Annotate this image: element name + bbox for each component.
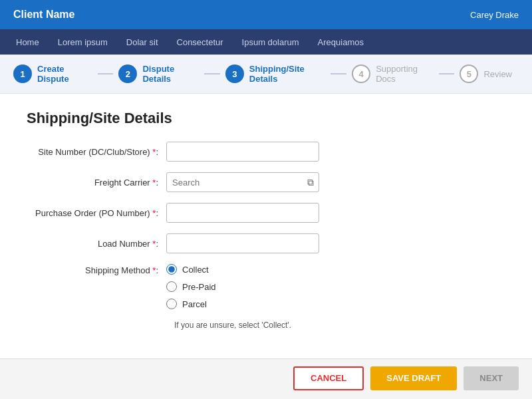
shipping-method-row: Shipping Method *: Collect Pre-Paid Parc…	[27, 264, 505, 309]
shipping-method-options: Collect Pre-Paid Parcel	[166, 264, 216, 309]
radio-prepaid-input[interactable]	[166, 281, 177, 292]
radio-options-list: Collect Pre-Paid Parcel	[166, 264, 216, 309]
page-title: Shipping/Site Details	[27, 110, 505, 127]
step-4[interactable]: 4 Supporting Docs	[352, 64, 426, 84]
shipping-hint: If you are unsure, select 'Collect'.	[174, 320, 307, 331]
step-3-circle: 3	[225, 65, 244, 83]
nav-ipsum[interactable]: Ipsum dolarum	[233, 29, 309, 55]
nav-home[interactable]: Home	[7, 29, 49, 55]
po-number-input[interactable]	[166, 203, 319, 223]
step-3[interactable]: 3 Shipping/Site Details	[225, 64, 319, 84]
freight-carrier-input[interactable]	[166, 172, 319, 192]
step-4-label: Supporting Docs	[376, 64, 426, 84]
radio-prepaid[interactable]: Pre-Paid	[166, 281, 216, 292]
step-4-circle: 4	[352, 65, 370, 83]
radio-parcel-input[interactable]	[166, 299, 177, 309]
nav-consectetur[interactable]: Consectetur	[168, 29, 233, 55]
step-divider-4	[439, 73, 455, 74]
step-divider-2	[204, 73, 220, 74]
site-number-input[interactable]	[166, 142, 319, 162]
load-number-row: Load Number *:	[27, 233, 505, 253]
radio-collect-label: Collect	[182, 265, 209, 275]
step-5[interactable]: 5 Review	[460, 65, 512, 83]
radio-collect-input[interactable]	[166, 264, 177, 275]
user-name: Carey Drake	[470, 10, 519, 20]
radio-collect[interactable]: Collect	[166, 264, 216, 275]
load-number-input[interactable]	[166, 233, 319, 253]
radio-parcel[interactable]: Parcel	[166, 299, 216, 309]
client-name: Client Name	[13, 9, 74, 21]
step-1-circle: 1	[13, 65, 32, 83]
step-divider-1	[98, 73, 114, 74]
step-2-circle: 2	[118, 65, 137, 83]
site-number-label: Site Number (DC/Club/Store) *:	[27, 147, 166, 157]
copy-icon[interactable]: ⧉	[307, 177, 314, 188]
app-header: Client Name Carey Drake	[0, 0, 532, 29]
step-1-label: Create Dispute	[37, 64, 86, 84]
po-number-label: Purchase Order (PO Number) *:	[27, 208, 166, 218]
po-number-row: Purchase Order (PO Number) *:	[27, 203, 505, 223]
next-button[interactable]: NEXT	[464, 366, 519, 390]
cancel-button[interactable]: CANCEL	[293, 366, 364, 390]
step-1[interactable]: 1 Create Dispute	[13, 64, 86, 84]
step-5-circle: 5	[460, 65, 478, 83]
step-2[interactable]: 2 Dispute Details	[118, 64, 192, 84]
step-5-label: Review	[483, 69, 512, 79]
site-number-row: Site Number (DC/Club/Store) *:	[27, 142, 505, 162]
main-content: Shipping/Site Details Site Number (DC/Cl…	[0, 94, 532, 358]
radio-prepaid-label: Pre-Paid	[182, 282, 216, 292]
nav-arequiamos[interactable]: Arequiamos	[309, 29, 373, 55]
freight-carrier-row: Freight Carrier *: ⧉	[27, 172, 505, 192]
save-draft-button[interactable]: SAVE DRAFT	[370, 366, 457, 390]
stepper: 1 Create Dispute 2 Dispute Details 3 Shi…	[0, 55, 532, 94]
freight-carrier-label: Freight Carrier *:	[27, 178, 166, 188]
load-number-label: Load Number *:	[27, 239, 166, 249]
shipping-method-label: Shipping Method *:	[27, 264, 166, 275]
step-3-label: Shipping/Site Details	[249, 64, 319, 84]
footer: CANCEL SAVE DRAFT NEXT	[0, 358, 532, 397]
nav-dolar[interactable]: Dolar sit	[117, 29, 168, 55]
nav-lorem[interactable]: Lorem ipsum	[49, 29, 117, 55]
step-divider-3	[331, 73, 346, 74]
freight-carrier-search-wrapper: ⧉	[166, 172, 319, 192]
main-nav: Home Lorem ipsum Dolar sit Consectetur I…	[0, 29, 532, 55]
step-2-label: Dispute Details	[142, 64, 192, 84]
radio-parcel-label: Parcel	[182, 299, 207, 309]
